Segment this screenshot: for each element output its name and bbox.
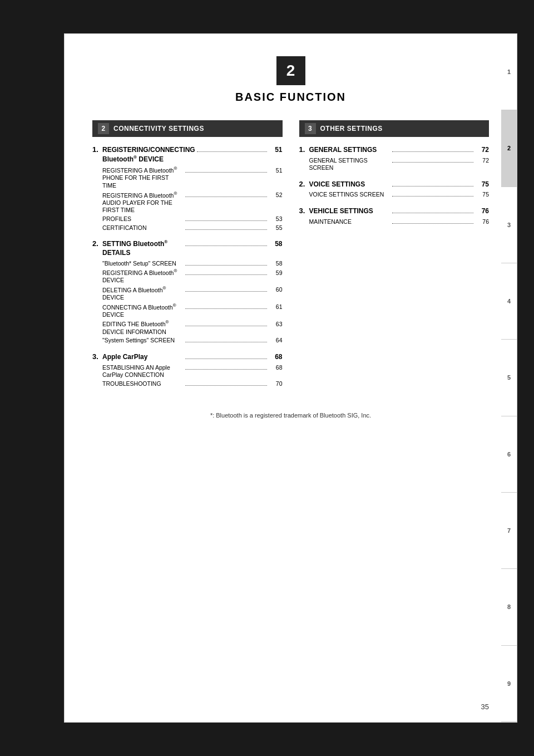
- toc-sub-page-2-2: 59: [269, 269, 283, 276]
- toc-sub-1-1: REGISTERING A Bluetooth® PHONE FOR THE F…: [102, 166, 283, 189]
- toc-right-main-1: 1. GENERAL SETTINGS 72: [299, 145, 490, 155]
- page-container: 1 2 3 4 5 6 7 8 9 2 BASIC FUNCTION 2 CON…: [64, 33, 517, 723]
- toc-right-page-2: 75: [475, 180, 489, 188]
- other-section-title: OTHER SETTINGS: [320, 125, 383, 132]
- toc-right-num-2: 2.: [299, 180, 309, 188]
- toc-right-sub-page-2-1: 75: [475, 191, 489, 198]
- toc-sub-3-1: ESTABLISHING AN Apple CarPlay CONNECTION…: [102, 364, 283, 379]
- toc-right-sub-3-1: MAINTENANCE 76: [309, 218, 490, 226]
- toc-right-sub-2-1: VOICE SETTINGS SCREEN 75: [309, 191, 490, 199]
- toc-right-sub-page-1-1: 72: [475, 157, 489, 164]
- toc-page-2: 58: [269, 240, 283, 248]
- toc-right-main-2: 2. VOICE SETTINGS 75: [299, 180, 490, 189]
- toc-right-sub-1-1: GENERAL SETTINGS SCREEN 72: [309, 157, 490, 172]
- toc-sub-2-1: "Bluetooth* Setup" SCREEN 58: [102, 260, 283, 268]
- toc-label-3: Apple CarPlay: [102, 353, 184, 362]
- toc-sub-page-1-1: 51: [269, 167, 283, 174]
- toc-sub-label-1-3: PROFILES: [102, 215, 184, 223]
- side-tab-8[interactable]: 8: [501, 569, 517, 645]
- toc-sub-page-2-6: 64: [269, 337, 283, 343]
- connectivity-section-title: CONNECTIVITY SETTINGS: [113, 125, 204, 132]
- other-settings-header: 3 OTHER SETTINGS: [299, 120, 490, 137]
- side-tab-2[interactable]: 2: [501, 110, 517, 186]
- toc-right-page-1: 72: [475, 146, 489, 154]
- toc-sub-1-4: CERTIFICATION 55: [102, 224, 283, 232]
- toc-columns: 2 CONNECTIVITY SETTINGS 1. REGISTERING/C…: [92, 120, 489, 395]
- toc-item-2: 2. SETTING Bluetooth® DETAILS 58 "Blueto…: [92, 239, 283, 345]
- toc-label-1: REGISTERING/CONNECTING Bluetooth® DEVICE: [102, 146, 195, 164]
- toc-sub-label-2-5: EDITING THE Bluetooth® DEVICE INFORMATIO…: [102, 320, 184, 336]
- toc-main-2: 2. SETTING Bluetooth® DETAILS 58: [92, 239, 283, 257]
- toc-sub-page-3-1: 68: [269, 364, 283, 371]
- dots-1: [197, 151, 267, 152]
- connectivity-settings-header: 2 CONNECTIVITY SETTINGS: [92, 120, 283, 137]
- right-column: 3 OTHER SETTINGS 1. GENERAL SETTINGS 72 …: [299, 120, 490, 395]
- side-tab-7[interactable]: 7: [501, 493, 517, 569]
- toc-sub-label-2-4: CONNECTING A Bluetooth® DEVICE: [102, 303, 184, 319]
- toc-right-label-2: VOICE SETTINGS: [309, 180, 390, 189]
- side-tab-3[interactable]: 3: [501, 187, 517, 263]
- toc-right-num-3: 3.: [299, 207, 309, 215]
- footer-note: *: Bluetooth is a registered trademark o…: [92, 406, 489, 419]
- toc-right-label-3: VEHICLE SETTINGS: [309, 207, 390, 216]
- side-tab-9[interactable]: 9: [501, 646, 517, 722]
- toc-sub-3-2: TROUBLESHOOTING 70: [102, 380, 283, 388]
- toc-right-sub-label-2-1: VOICE SETTINGS SCREEN: [309, 191, 390, 199]
- toc-sub-label-3-2: TROUBLESHOOTING: [102, 380, 184, 388]
- side-tab-4[interactable]: 4: [501, 263, 517, 340]
- toc-sub-1-2: REGISTERING A Bluetooth® AUDIO PLAYER FO…: [102, 191, 283, 214]
- side-tabs: 1 2 3 4 5 6 7 8 9: [501, 34, 517, 722]
- toc-right-item-1: 1. GENERAL SETTINGS 72 GENERAL SETTINGS …: [299, 145, 490, 172]
- side-tab-5[interactable]: 5: [501, 340, 517, 416]
- toc-sub-2-4: CONNECTING A Bluetooth® DEVICE 61: [102, 303, 283, 319]
- toc-sub-label-1-4: CERTIFICATION: [102, 224, 184, 232]
- toc-sub-label-1-1: REGISTERING A Bluetooth® PHONE FOR THE F…: [102, 166, 184, 189]
- chapter-title: BASIC FUNCTION: [92, 91, 489, 104]
- toc-right-sub-page-3-1: 76: [475, 218, 489, 225]
- toc-num-3: 3.: [92, 352, 102, 361]
- toc-sub-page-2-5: 63: [269, 321, 283, 327]
- connectivity-section-num: 2: [98, 123, 109, 134]
- toc-sub-page-2-1: 58: [269, 260, 283, 267]
- toc-right-sub-label-1-1: GENERAL SETTINGS SCREEN: [309, 157, 390, 172]
- toc-item-1: 1. REGISTERING/CONNECTING Bluetooth® DEV…: [92, 145, 283, 232]
- page-inner: 1 2 3 4 5 6 7 8 9 2 BASIC FUNCTION 2 CON…: [65, 34, 517, 722]
- toc-label-2: SETTING Bluetooth® DETAILS: [102, 239, 184, 257]
- page-number: 35: [481, 703, 489, 711]
- toc-sub-page-1-4: 55: [269, 224, 283, 231]
- toc-sub-label-3-1: ESTABLISHING AN Apple CarPlay CONNECTION: [102, 364, 184, 379]
- toc-right-page-3: 76: [475, 207, 489, 215]
- toc-sub-2-6: "System Settings" SCREEN 64: [102, 337, 283, 345]
- side-tab-6[interactable]: 6: [501, 416, 517, 493]
- toc-sub-page-2-3: 60: [269, 286, 283, 293]
- toc-right-num-1: 1.: [299, 145, 309, 154]
- toc-item-3: 3. Apple CarPlay 68 ESTABLISHING AN Appl…: [92, 352, 283, 388]
- chapter-header: 2 BASIC FUNCTION: [92, 56, 489, 104]
- toc-right-item-3: 3. VEHICLE SETTINGS 76 MAINTENANCE 76: [299, 207, 490, 225]
- toc-sub-page-2-4: 61: [269, 303, 283, 310]
- toc-num-1: 1.: [92, 145, 102, 154]
- toc-sub-label-2-6: "System Settings" SCREEN: [102, 337, 184, 345]
- toc-sub-label-2-1: "Bluetooth* Setup" SCREEN: [102, 260, 184, 268]
- toc-sub-page-1-3: 53: [269, 215, 283, 222]
- toc-sub-2-2: REGISTERING A Bluetooth® DEVICE 59: [102, 268, 283, 284]
- toc-sub-label-2-3: DELETING A Bluetooth® DEVICE: [102, 286, 184, 302]
- other-section-num: 3: [305, 123, 316, 134]
- toc-right-main-3: 3. VEHICLE SETTINGS 76: [299, 207, 490, 216]
- toc-right-item-2: 2. VOICE SETTINGS 75 VOICE SETTINGS SCRE…: [299, 180, 490, 199]
- toc-right-label-1: GENERAL SETTINGS: [309, 146, 390, 155]
- left-column: 2 CONNECTIVITY SETTINGS 1. REGISTERING/C…: [92, 120, 283, 395]
- toc-sub-page-1-2: 52: [269, 192, 283, 198]
- toc-sub-2-5: EDITING THE Bluetooth® DEVICE INFORMATIO…: [102, 320, 283, 336]
- toc-page-3: 68: [269, 353, 283, 361]
- toc-sub-1-3: PROFILES 53: [102, 215, 283, 223]
- toc-sub-label-2-2: REGISTERING A Bluetooth® DEVICE: [102, 268, 184, 284]
- toc-main-1: 1. REGISTERING/CONNECTING Bluetooth® DEV…: [92, 145, 283, 164]
- toc-main-3: 3. Apple CarPlay 68: [92, 352, 283, 362]
- toc-page-1: 51: [269, 146, 283, 154]
- side-tab-1[interactable]: 1: [501, 34, 517, 110]
- toc-sub-2-3: DELETING A Bluetooth® DEVICE 60: [102, 286, 283, 302]
- toc-sub-label-1-2: REGISTERING A Bluetooth® AUDIO PLAYER FO…: [102, 191, 184, 214]
- toc-sub-page-3-2: 70: [269, 380, 283, 387]
- toc-num-2: 2.: [92, 239, 102, 248]
